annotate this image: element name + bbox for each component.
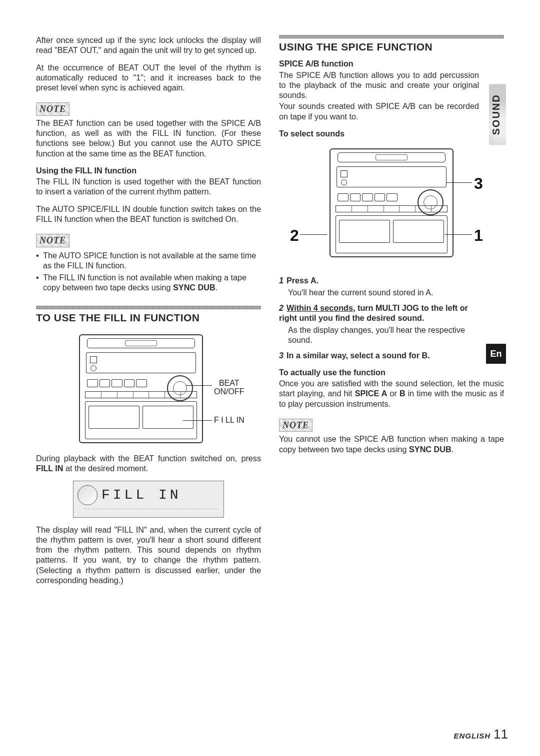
text: You cannot use the SPICE A/B function wh…	[279, 434, 504, 453]
step-title: Press A.	[286, 276, 318, 285]
subheading-select-sounds: To select sounds	[279, 128, 504, 138]
section-title-fill-in: TO USE THE FILL IN FUNCTION	[36, 311, 261, 324]
step-title: Within 4 seconds, turn MULTI JOG to the …	[279, 303, 468, 322]
subheading-fill-in: Using the FILL IN function	[36, 165, 261, 175]
paragraph: The AUTO SPICE/FILL IN double function s…	[36, 204, 261, 224]
step-number: 1	[279, 276, 284, 285]
callout-number-2: 2	[290, 225, 299, 245]
paragraph: The SPICE A/B function allows you to add…	[279, 70, 479, 100]
note-tag: NOTE	[36, 102, 70, 116]
list-item: The AUTO SPICE function is not available…	[36, 250, 261, 271]
paragraph: At the occurrence of BEAT OUT the level …	[36, 62, 261, 93]
text-bold: SYNC DUB	[409, 445, 452, 454]
paragraph: The display will read "FILL IN" and, whe…	[36, 525, 261, 586]
list-item: The FILL IN function is not available wh…	[36, 272, 261, 293]
section-rule	[36, 306, 261, 309]
text-underline: Within 4 seconds	[286, 303, 353, 312]
callout-fill-in: F I LL IN	[214, 415, 244, 425]
text: .	[216, 283, 218, 292]
note-body: You cannot use the SPICE A/B function wh…	[279, 434, 504, 454]
side-tab-en: En	[486, 344, 506, 364]
text: or	[387, 389, 400, 398]
footer-page-number: 11	[494, 727, 508, 742]
section-title-spice: USING THE SPICE FUNCTION	[279, 40, 504, 53]
stereo-diagram-fill-in: BEAT ON/OFF F I LL IN	[36, 331, 261, 448]
text-bold: SPICE A	[355, 389, 388, 398]
section-rule	[279, 35, 504, 38]
paragraph: Once you are satisfied with the sound se…	[279, 378, 504, 409]
text: .	[452, 445, 454, 454]
text-bold: SYNC DUB	[173, 283, 216, 292]
paragraph: During playback with the BEAT function s…	[36, 453, 261, 474]
paragraph: The FILL IN function is used together wi…	[36, 176, 261, 197]
right-column: USING THE SPICE FUNCTION SOUND SPICE A/B…	[279, 35, 504, 592]
left-column: After once synced up if the sync lock un…	[36, 35, 261, 592]
stereo-diagram-select: 3 1 2	[279, 145, 504, 270]
note-tag: NOTE	[36, 234, 70, 247]
steps-list: 1Press A. You'll hear the current sound …	[279, 275, 481, 360]
note-list: The AUTO SPICE function is not available…	[36, 250, 261, 293]
lcd-text: FILL IN	[102, 486, 182, 504]
note-body: The BEAT function can be used together w…	[36, 118, 261, 158]
text: at the desired moment.	[64, 464, 148, 473]
footer-language: ENGLISH	[454, 732, 490, 740]
text-bold: FILL IN	[36, 464, 64, 473]
side-tab-sound: SOUND	[489, 84, 506, 145]
step-number: 3	[279, 351, 284, 360]
paragraph: After once synced up if the sync lock un…	[36, 35, 261, 55]
text: During playback with the BEAT function s…	[36, 454, 261, 463]
step-body: As the display changes, you'll hear the …	[288, 325, 481, 345]
note-tag: NOTE	[279, 419, 312, 432]
step-title: In a similar way, select a sound for B.	[286, 351, 430, 360]
step-body: You'll hear the current sound stored in …	[288, 287, 481, 297]
step-number: 2	[279, 303, 284, 312]
subheading-use-function: To actually use the function	[279, 367, 504, 377]
callout-number-1: 1	[474, 225, 483, 245]
paragraph: Your sounds created with SPICE A/B can b…	[279, 101, 479, 121]
page-footer: ENGLISH11	[454, 726, 508, 743]
lcd-display: FILL IN	[73, 481, 224, 518]
subheading-spice-ab: SPICE A/B function	[279, 58, 479, 68]
text-bold: B	[400, 389, 406, 398]
callout-beat-onoff: BEAT ON/OFF	[214, 379, 244, 396]
callout-number-3: 3	[474, 173, 483, 193]
